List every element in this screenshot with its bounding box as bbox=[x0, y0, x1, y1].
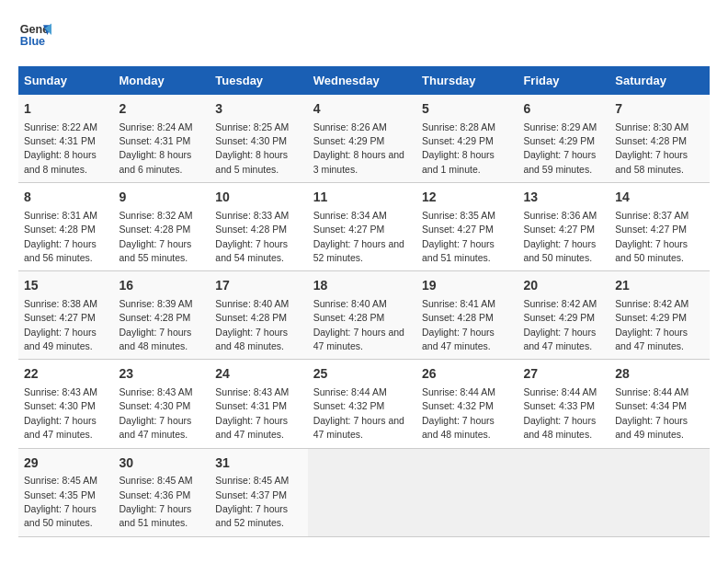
header-friday: Friday bbox=[518, 66, 609, 95]
day-info: Sunrise: 8:45 AMSunset: 4:35 PMDaylight:… bbox=[24, 475, 97, 528]
calendar-cell: 26 Sunrise: 8:44 AMSunset: 4:32 PMDaylig… bbox=[416, 360, 518, 448]
day-number: 9 bbox=[119, 189, 205, 207]
calendar-cell bbox=[609, 448, 710, 536]
calendar-cell: 16 Sunrise: 8:39 AMSunset: 4:28 PMDaylig… bbox=[114, 271, 210, 360]
day-info: Sunrise: 8:44 AMSunset: 4:34 PMDaylight:… bbox=[615, 386, 688, 440]
calendar-cell: 23 Sunrise: 8:43 AMSunset: 4:30 PMDaylig… bbox=[114, 360, 210, 448]
day-info: Sunrise: 8:29 AMSunset: 4:29 PMDaylight:… bbox=[523, 121, 597, 175]
day-number: 19 bbox=[422, 277, 512, 295]
logo-icon: General Blue bbox=[18, 18, 51, 52]
calendar-cell: 17 Sunrise: 8:40 AMSunset: 4:28 PMDaylig… bbox=[210, 271, 307, 360]
day-number: 28 bbox=[615, 365, 704, 384]
day-info: Sunrise: 8:34 AMSunset: 4:27 PMDaylight:… bbox=[313, 210, 404, 263]
calendar-cell: 28 Sunrise: 8:44 AMSunset: 4:34 PMDaylig… bbox=[609, 360, 710, 448]
day-number: 23 bbox=[119, 365, 205, 384]
calendar-cell: 14 Sunrise: 8:37 AMSunset: 4:27 PMDaylig… bbox=[609, 183, 710, 271]
calendar-cell: 4 Sunrise: 8:26 AMSunset: 4:29 PMDayligh… bbox=[308, 95, 416, 183]
day-number: 22 bbox=[24, 365, 108, 384]
calendar-header-row: SundayMondayTuesdayWednesdayThursdayFrid… bbox=[18, 66, 710, 95]
day-info: Sunrise: 8:38 AMSunset: 4:27 PMDaylight:… bbox=[24, 298, 97, 351]
day-info: Sunrise: 8:28 AMSunset: 4:29 PMDaylight:… bbox=[422, 121, 495, 175]
calendar-cell bbox=[308, 448, 416, 536]
day-number: 26 bbox=[422, 365, 512, 384]
calendar-week-row: 15 Sunrise: 8:38 AMSunset: 4:27 PMDaylig… bbox=[18, 271, 710, 360]
header-wednesday: Wednesday bbox=[308, 66, 416, 95]
day-info: Sunrise: 8:42 AMSunset: 4:29 PMDaylight:… bbox=[615, 298, 688, 351]
calendar-cell: 11 Sunrise: 8:34 AMSunset: 4:27 PMDaylig… bbox=[308, 183, 416, 271]
calendar-cell bbox=[416, 448, 518, 536]
calendar-cell: 7 Sunrise: 8:30 AMSunset: 4:28 PMDayligh… bbox=[609, 95, 710, 183]
day-info: Sunrise: 8:44 AMSunset: 4:32 PMDaylight:… bbox=[422, 386, 495, 440]
day-info: Sunrise: 8:37 AMSunset: 4:27 PMDaylight:… bbox=[615, 210, 688, 263]
day-number: 7 bbox=[615, 100, 704, 119]
calendar-cell: 3 Sunrise: 8:25 AMSunset: 4:30 PMDayligh… bbox=[210, 95, 307, 183]
svg-text:Blue: Blue bbox=[20, 35, 45, 48]
calendar-cell: 22 Sunrise: 8:43 AMSunset: 4:30 PMDaylig… bbox=[18, 360, 114, 448]
day-info: Sunrise: 8:44 AMSunset: 4:33 PMDaylight:… bbox=[523, 386, 597, 440]
calendar-cell: 12 Sunrise: 8:35 AMSunset: 4:27 PMDaylig… bbox=[416, 183, 518, 271]
day-number: 14 bbox=[615, 189, 704, 207]
day-info: Sunrise: 8:43 AMSunset: 4:31 PMDaylight:… bbox=[215, 386, 289, 440]
day-number: 31 bbox=[215, 454, 301, 473]
calendar-week-row: 29 Sunrise: 8:45 AMSunset: 4:35 PMDaylig… bbox=[18, 448, 710, 536]
day-info: Sunrise: 8:32 AMSunset: 4:28 PMDaylight:… bbox=[119, 210, 193, 263]
calendar-cell: 24 Sunrise: 8:43 AMSunset: 4:31 PMDaylig… bbox=[210, 360, 307, 448]
header-sunday: Sunday bbox=[18, 66, 114, 95]
calendar-cell bbox=[518, 448, 609, 536]
calendar-cell: 5 Sunrise: 8:28 AMSunset: 4:29 PMDayligh… bbox=[416, 95, 518, 183]
day-info: Sunrise: 8:45 AMSunset: 4:36 PMDaylight:… bbox=[119, 475, 193, 528]
day-info: Sunrise: 8:45 AMSunset: 4:37 PMDaylight:… bbox=[215, 475, 289, 528]
day-info: Sunrise: 8:40 AMSunset: 4:28 PMDaylight:… bbox=[313, 298, 404, 351]
day-number: 4 bbox=[313, 100, 411, 119]
day-number: 12 bbox=[422, 189, 512, 207]
day-number: 27 bbox=[523, 365, 604, 384]
day-info: Sunrise: 8:41 AMSunset: 4:28 PMDaylight:… bbox=[422, 298, 495, 351]
calendar-cell: 8 Sunrise: 8:31 AMSunset: 4:28 PMDayligh… bbox=[18, 183, 114, 271]
day-number: 8 bbox=[24, 189, 108, 207]
calendar-cell: 2 Sunrise: 8:24 AMSunset: 4:31 PMDayligh… bbox=[114, 95, 210, 183]
day-number: 16 bbox=[119, 277, 205, 295]
header-monday: Monday bbox=[114, 66, 210, 95]
calendar-cell: 15 Sunrise: 8:38 AMSunset: 4:27 PMDaylig… bbox=[18, 271, 114, 360]
day-info: Sunrise: 8:42 AMSunset: 4:29 PMDaylight:… bbox=[523, 298, 597, 351]
day-info: Sunrise: 8:22 AMSunset: 4:31 PMDaylight:… bbox=[24, 121, 97, 175]
header-thursday: Thursday bbox=[416, 66, 518, 95]
calendar-cell: 1 Sunrise: 8:22 AMSunset: 4:31 PMDayligh… bbox=[18, 95, 114, 183]
day-number: 1 bbox=[24, 100, 108, 119]
day-number: 3 bbox=[215, 100, 301, 119]
day-number: 20 bbox=[523, 277, 604, 295]
calendar-week-row: 8 Sunrise: 8:31 AMSunset: 4:28 PMDayligh… bbox=[18, 183, 710, 271]
day-number: 25 bbox=[313, 365, 411, 384]
day-info: Sunrise: 8:31 AMSunset: 4:28 PMDaylight:… bbox=[24, 210, 97, 263]
day-number: 29 bbox=[24, 454, 108, 473]
calendar-cell: 19 Sunrise: 8:41 AMSunset: 4:28 PMDaylig… bbox=[416, 271, 518, 360]
day-number: 17 bbox=[215, 277, 301, 295]
day-number: 5 bbox=[422, 100, 512, 119]
day-info: Sunrise: 8:40 AMSunset: 4:28 PMDaylight:… bbox=[215, 298, 289, 351]
calendar-week-row: 1 Sunrise: 8:22 AMSunset: 4:31 PMDayligh… bbox=[18, 95, 710, 183]
day-number: 11 bbox=[313, 189, 411, 207]
logo: General Blue bbox=[18, 18, 51, 52]
calendar-cell: 21 Sunrise: 8:42 AMSunset: 4:29 PMDaylig… bbox=[609, 271, 710, 360]
day-number: 2 bbox=[119, 100, 205, 119]
calendar-cell: 10 Sunrise: 8:33 AMSunset: 4:28 PMDaylig… bbox=[210, 183, 307, 271]
day-info: Sunrise: 8:44 AMSunset: 4:32 PMDaylight:… bbox=[313, 386, 404, 440]
day-number: 21 bbox=[615, 277, 704, 295]
day-info: Sunrise: 8:24 AMSunset: 4:31 PMDaylight:… bbox=[119, 121, 193, 175]
day-number: 15 bbox=[24, 277, 108, 295]
day-info: Sunrise: 8:30 AMSunset: 4:28 PMDaylight:… bbox=[615, 121, 688, 175]
day-info: Sunrise: 8:36 AMSunset: 4:27 PMDaylight:… bbox=[523, 210, 597, 263]
calendar-cell: 27 Sunrise: 8:44 AMSunset: 4:33 PMDaylig… bbox=[518, 360, 609, 448]
day-info: Sunrise: 8:43 AMSunset: 4:30 PMDaylight:… bbox=[119, 386, 193, 440]
day-info: Sunrise: 8:43 AMSunset: 4:30 PMDaylight:… bbox=[24, 386, 97, 440]
day-number: 6 bbox=[523, 100, 604, 119]
calendar-cell: 30 Sunrise: 8:45 AMSunset: 4:36 PMDaylig… bbox=[114, 448, 210, 536]
calendar-table: SundayMondayTuesdayWednesdayThursdayFrid… bbox=[18, 66, 710, 537]
day-info: Sunrise: 8:33 AMSunset: 4:28 PMDaylight:… bbox=[215, 210, 289, 263]
day-number: 13 bbox=[523, 189, 604, 207]
page-header: General Blue bbox=[18, 18, 710, 52]
day-number: 10 bbox=[215, 189, 301, 207]
day-info: Sunrise: 8:39 AMSunset: 4:28 PMDaylight:… bbox=[119, 298, 193, 351]
day-number: 30 bbox=[119, 454, 205, 473]
day-number: 24 bbox=[215, 365, 301, 384]
